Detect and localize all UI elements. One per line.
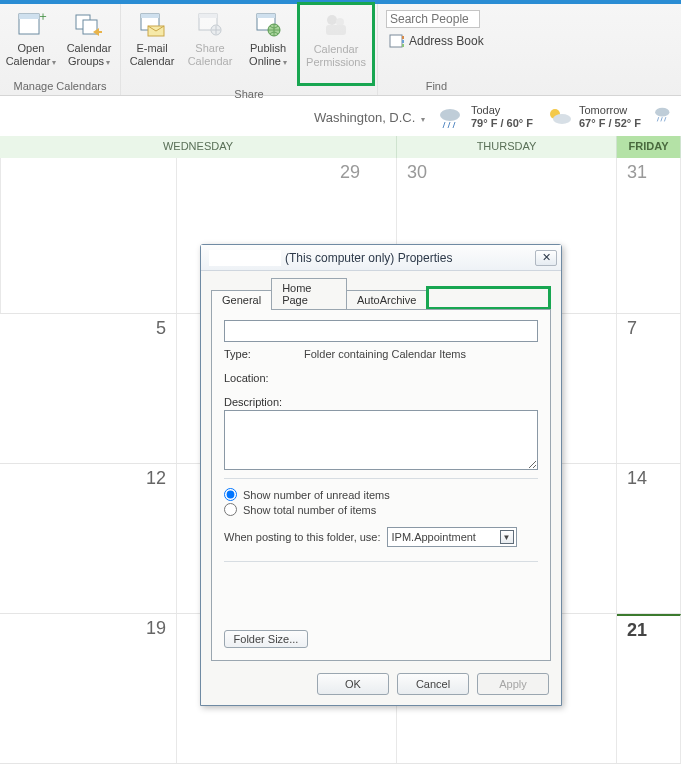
tab-autoarchive[interactable]: AutoArchive xyxy=(346,290,427,310)
search-people-input[interactable] xyxy=(386,10,480,28)
calendar-date: 7 xyxy=(627,318,637,339)
svg-point-15 xyxy=(336,18,344,26)
radio-unread-items[interactable]: Show number of unread items xyxy=(224,488,538,501)
open-calendar-button[interactable]: ＋ Open Calendar▾ xyxy=(2,6,60,72)
calendar-date: 19 xyxy=(146,618,166,639)
weather-tomorrow: Tomorrow 67° F / 52° F xyxy=(545,104,641,130)
posting-label: When posting to this folder, use: xyxy=(224,531,381,543)
rain-icon xyxy=(437,105,465,129)
svg-point-21 xyxy=(440,109,460,121)
share-calendar-icon xyxy=(194,8,226,40)
email-calendar-button[interactable]: E-mail Calendar xyxy=(123,6,181,72)
calendar-cell[interactable]: 5 xyxy=(0,314,177,463)
calendar-date: 30 xyxy=(407,162,427,183)
dialog-title-bar[interactable]: (This computer only) Properties ✕ xyxy=(201,245,561,271)
radio-unread-label: Show number of unread items xyxy=(243,489,390,501)
radio-total-items[interactable]: Show total number of items xyxy=(224,503,538,516)
publish-online-button[interactable]: Publish Online▾ xyxy=(239,6,297,72)
dropdown-arrow-icon: ▾ xyxy=(52,58,56,67)
weather-city[interactable]: Washington, D.C. ▾ xyxy=(314,110,425,125)
ribbon-group-share: E-mail Calendar Share Calendar Publish O… xyxy=(121,4,378,95)
calendar-header-fri: FRIDAY xyxy=(617,136,681,158)
weather-city-label: Washington, D.C. xyxy=(314,110,415,125)
separator xyxy=(224,478,538,479)
calendar-date: 31 xyxy=(627,162,647,183)
radio-total-label: Show total number of items xyxy=(243,504,376,516)
svg-line-23 xyxy=(448,122,450,128)
folder-name-input[interactable] xyxy=(224,320,538,342)
svg-rect-17 xyxy=(390,35,402,47)
ribbon-group-manage-calendars: ＋ Open Calendar▾ Calendar Groups▾ Manage… xyxy=(0,4,121,95)
calendar-header-wed: WEDNESDAY xyxy=(0,136,397,158)
calendar-cell[interactable]: 7 xyxy=(617,314,681,463)
calendar-cell[interactable]: 12 xyxy=(0,464,177,613)
calendar-cell[interactable] xyxy=(0,158,177,313)
calendar-cell[interactable]: 19 xyxy=(0,614,177,763)
address-book-label: Address Book xyxy=(409,34,484,48)
dialog-tab-strip: General Home Page AutoArchive xyxy=(201,271,561,309)
open-calendar-label: Open Calendar xyxy=(6,42,51,67)
partly-cloudy-icon xyxy=(545,105,573,129)
calendar-date: 14 xyxy=(627,468,647,489)
description-input[interactable] xyxy=(224,410,538,470)
properties-dialog: (This computer only) Properties ✕ Genera… xyxy=(200,244,562,706)
weather-today-label: Today xyxy=(471,104,533,117)
svg-rect-9 xyxy=(199,14,217,18)
ribbon-group-find: Address Book Find xyxy=(378,4,495,95)
dialog-title: (This computer only) Properties xyxy=(285,251,452,265)
publish-online-label: Publish Online xyxy=(249,42,286,67)
tab-general[interactable]: General xyxy=(211,290,272,310)
cancel-button[interactable]: Cancel xyxy=(397,673,469,695)
posting-form-combo[interactable]: IPM.Appointment ▼ xyxy=(387,527,517,547)
dialog-tab-body: Type: Folder containing Calendar Items L… xyxy=(211,309,551,661)
tab-highlight-annotation xyxy=(426,286,551,310)
weather-tomorrow-temps: 67° F / 52° F xyxy=(579,117,641,130)
svg-rect-1 xyxy=(19,14,39,19)
weather-today: Today 79° F / 60° F xyxy=(437,104,533,130)
calendar-permissions-icon xyxy=(320,9,352,41)
folder-size-button[interactable]: Folder Size... xyxy=(224,630,308,648)
svg-point-26 xyxy=(553,114,571,124)
calendar-date: 5 xyxy=(156,318,166,339)
svg-point-27 xyxy=(655,108,669,117)
calendar-groups-label: Calendar Groups xyxy=(67,42,112,67)
type-label: Type: xyxy=(224,348,294,360)
ribbon-group-label-share: Share xyxy=(123,86,375,103)
calendar-header-thu: THURSDAY xyxy=(397,136,617,158)
dropdown-arrow-icon: ▾ xyxy=(106,58,110,67)
calendar-header-row: WEDNESDAY THURSDAY FRIDAY xyxy=(0,136,681,158)
ok-button[interactable]: OK xyxy=(317,673,389,695)
svg-line-30 xyxy=(664,117,665,121)
tab-home-page[interactable]: Home Page xyxy=(271,278,347,310)
calendar-groups-button[interactable]: Calendar Groups▾ xyxy=(60,6,118,72)
svg-rect-18 xyxy=(402,36,404,39)
address-book-button[interactable]: Address Book xyxy=(386,32,487,50)
calendar-date: 29 xyxy=(340,162,360,183)
radio-total-input[interactable] xyxy=(224,503,237,516)
rain-icon xyxy=(653,105,673,129)
close-button[interactable]: ✕ xyxy=(535,250,557,266)
calendar-cell-today[interactable]: 21 xyxy=(617,614,681,763)
dialog-title-owner-blank xyxy=(209,250,281,266)
ribbon: ＋ Open Calendar▾ Calendar Groups▾ Manage… xyxy=(0,4,681,96)
svg-rect-20 xyxy=(402,44,404,47)
calendar-cell[interactable]: 14 xyxy=(617,464,681,613)
email-calendar-icon xyxy=(136,8,168,40)
radio-unread-input[interactable] xyxy=(224,488,237,501)
svg-line-22 xyxy=(443,122,445,128)
svg-rect-19 xyxy=(402,40,404,43)
dropdown-arrow-icon: ▾ xyxy=(283,58,287,67)
publish-online-icon xyxy=(252,8,284,40)
close-icon: ✕ xyxy=(542,251,551,264)
calendar-date: 21 xyxy=(627,620,647,641)
separator xyxy=(224,561,538,562)
svg-line-29 xyxy=(661,117,662,121)
location-label: Location: xyxy=(224,372,294,384)
ribbon-group-label-find: Find xyxy=(380,78,493,95)
address-book-icon xyxy=(389,34,405,48)
calendar-groups-icon xyxy=(73,8,105,40)
type-value: Folder containing Calendar Items xyxy=(304,348,466,360)
weather-tomorrow-label: Tomorrow xyxy=(579,104,641,117)
calendar-permissions-button: Calendar Permissions xyxy=(297,2,375,86)
calendar-cell[interactable]: 31 xyxy=(617,158,681,313)
